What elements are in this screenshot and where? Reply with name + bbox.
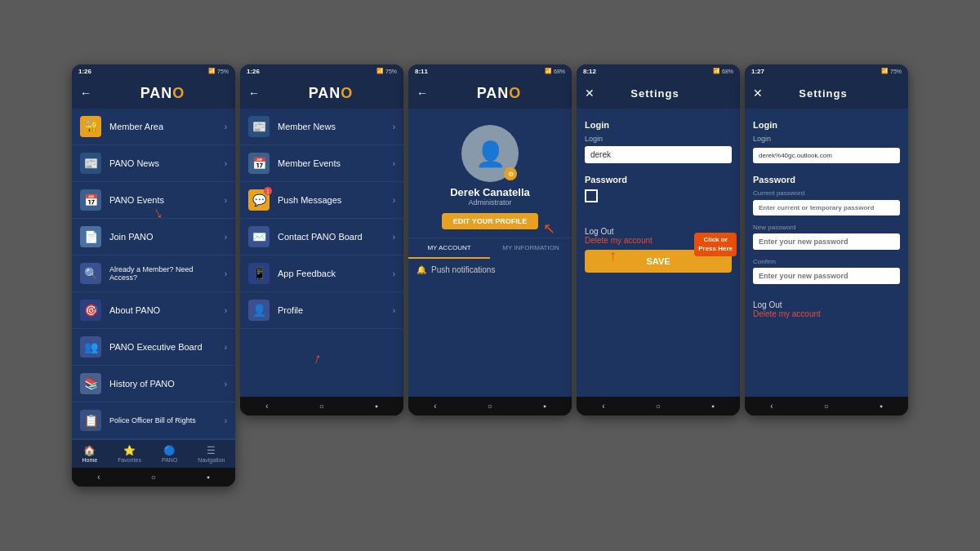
delete-account-5[interactable]: Delete my account — [753, 309, 900, 318]
status-icons-5: 📶75% — [881, 68, 902, 74]
confirm-label-5: Confirm — [753, 258, 900, 265]
executive-board-label: PANO Executive Board — [109, 342, 216, 352]
new-password-label-5: New password — [753, 224, 900, 231]
settings-close-5[interactable]: ✕ — [753, 87, 763, 100]
menu-push-messages[interactable]: 💬 1 Push Messages › — [240, 182, 403, 219]
menu-executive-board[interactable]: 👥 PANO Executive Board › — [72, 329, 235, 366]
screenshot-container: 1:26 📶75% ← PANO 🔐 Member Area › 📰 — [56, 40, 924, 511]
logout-label-5[interactable]: Log Out — [753, 300, 900, 309]
edit-profile-button[interactable]: EDIT YOUR PROFILE — [442, 213, 538, 229]
back-button-1[interactable]: ← — [80, 87, 91, 100]
app-header-1: ← PANO — [72, 78, 235, 109]
android-back-3[interactable]: ‹ — [434, 402, 436, 411]
new-password-input-5[interactable] — [753, 233, 900, 250]
android-home[interactable]: ○ — [151, 473, 156, 482]
nav-bar-3: ‹ ○ ▪ — [408, 397, 572, 415]
login-input-4[interactable] — [585, 146, 732, 163]
menu-profile[interactable]: 👤 Profile › — [240, 292, 403, 329]
android-home-3[interactable]: ○ — [488, 402, 492, 411]
android-back-4[interactable]: ‹ — [602, 402, 604, 411]
android-home-5[interactable]: ○ — [824, 402, 829, 411]
app-header-4: ✕ Settings — [577, 78, 740, 109]
nav-home[interactable]: 🏠 Home — [79, 443, 101, 464]
menu-police-rights[interactable]: 📋 Police Officer Bill of Rights › — [72, 402, 235, 439]
time-5: 1:27 — [751, 68, 764, 75]
back-button-2[interactable]: ← — [248, 87, 260, 100]
status-bar-4: 8:12 📶68% — [577, 64, 740, 78]
settings-close-4[interactable]: ✕ — [585, 87, 595, 100]
push-messages-label: Push Messages — [278, 195, 385, 205]
home-icon: 🏠 — [83, 445, 96, 456]
current-password-input-5[interactable] — [753, 200, 900, 216]
tab-my-account[interactable]: MY ACCOUNT — [408, 238, 490, 259]
contact-board-chevron: › — [393, 233, 395, 242]
about-pano-label: About PANO — [109, 305, 216, 315]
status-icons-1: 📶75% — [208, 68, 229, 74]
menu-app-feedback[interactable]: 📱 App Feedback › — [240, 256, 403, 292]
time-2: 1:26 — [247, 68, 260, 75]
circle-indicator-4 — [585, 189, 598, 202]
member-news-chevron: › — [393, 122, 395, 131]
back-button-3[interactable]: ← — [416, 87, 428, 100]
already-member-chevron: › — [225, 269, 227, 278]
police-rights-chevron: › — [225, 416, 227, 425]
nav-favorites[interactable]: ⭐ Favorites — [114, 443, 145, 464]
confirm-input-5[interactable] — [753, 268, 900, 284]
menu-pano-events[interactable]: 📅 PANO Events › — [72, 182, 235, 219]
menu-pano-news[interactable]: 📰 PANO News › — [72, 145, 235, 182]
phone-3: 8:11 📶68% ← PANO 👤 ⚙ Derek Canatella Adm… — [408, 64, 572, 415]
nav-navigation[interactable]: ☰ Navigation — [194, 443, 228, 464]
time-1: 1:26 — [78, 68, 91, 75]
history-label: History of PANO — [109, 379, 216, 389]
android-recents-5[interactable]: ▪ — [880, 402, 883, 411]
nav-favorites-label: Favorites — [118, 457, 141, 463]
menu-member-events[interactable]: 📅 Member Events › — [240, 145, 403, 182]
android-home-2[interactable]: ○ — [319, 402, 324, 411]
android-home-4[interactable]: ○ — [656, 402, 661, 411]
navigation-icon: ☰ — [207, 445, 216, 456]
app-feedback-label: App Feedback — [278, 269, 385, 278]
current-password-label-5: Current password — [753, 189, 900, 197]
phone-1: 1:26 📶75% ← PANO 🔐 Member Area › 📰 — [72, 64, 235, 487]
android-recents-4[interactable]: ▪ — [711, 402, 715, 411]
menu-member-area[interactable]: 🔐 Member Area › — [72, 109, 235, 145]
login-section-title-5: Login — [753, 120, 900, 130]
app-body-2: 📰 Member News › 📅 Member Events › 💬 1 Pu… — [240, 109, 403, 397]
logo-o-3: O — [509, 85, 521, 101]
nav-bar-4: ‹ ○ ▪ — [577, 397, 740, 415]
android-recents-3[interactable]: ▪ — [543, 402, 546, 411]
avatar-badge: ⚙ — [504, 167, 517, 180]
login-section-title-4: Login — [585, 120, 732, 130]
profile-menu-label: Profile — [278, 305, 385, 315]
android-back-5[interactable]: ‹ — [770, 402, 773, 411]
status-bar-5: 1:27 📶75% — [745, 64, 908, 78]
app-body-1: 🔐 Member Area › 📰 PANO News › 📅 PANO Eve… — [72, 109, 235, 439]
login-input-5[interactable] — [753, 148, 900, 163]
push-badge: 1 — [264, 187, 272, 195]
phone-frame-3: 8:11 📶68% ← PANO 👤 ⚙ Derek Canatella Adm… — [408, 64, 572, 415]
menu-history[interactable]: 📚 History of PANO › — [72, 366, 235, 402]
status-bar-1: 1:26 📶75% — [72, 64, 235, 78]
nav-pano[interactable]: 🔵 PANO — [158, 443, 180, 464]
settings-title-5: Settings — [769, 87, 877, 100]
menu-join-pano[interactable]: 📄 Join PANO › — [72, 219, 235, 256]
android-recents-2[interactable]: ▪ — [375, 402, 378, 411]
android-recents[interactable]: ▪ — [207, 473, 210, 482]
android-back[interactable]: ‹ — [97, 473, 100, 482]
menu-about-pano[interactable]: 🎯 About PANO › — [72, 292, 235, 329]
tab-my-information[interactable]: MY INFORMATION — [490, 238, 572, 259]
android-back-2[interactable]: ‹ — [265, 402, 268, 411]
nav-bar-1: ‹ ○ ▪ — [72, 468, 235, 487]
profile-tabs: MY ACCOUNT MY INFORMATION — [408, 238, 572, 259]
app-feedback-chevron: › — [393, 269, 395, 278]
menu-member-news[interactable]: 📰 Member News › — [240, 109, 403, 145]
police-rights-label: Police Officer Bill of Rights — [109, 416, 216, 424]
logo-o-1: O — [172, 85, 185, 101]
pano-news-chevron: › — [225, 159, 227, 168]
already-member-icon: 🔍 — [80, 263, 101, 284]
menu-contact-board[interactable]: ✉️ Contact PANO Board › — [240, 219, 403, 256]
profile-screen: 👤 ⚙ Derek Canatella Administrator EDIT Y… — [408, 109, 572, 397]
already-member-label: Already a Member? Need Access? — [109, 265, 216, 282]
app-header-5: ✕ Settings — [745, 78, 908, 109]
menu-already-member[interactable]: 🔍 Already a Member? Need Access? › — [72, 256, 235, 292]
